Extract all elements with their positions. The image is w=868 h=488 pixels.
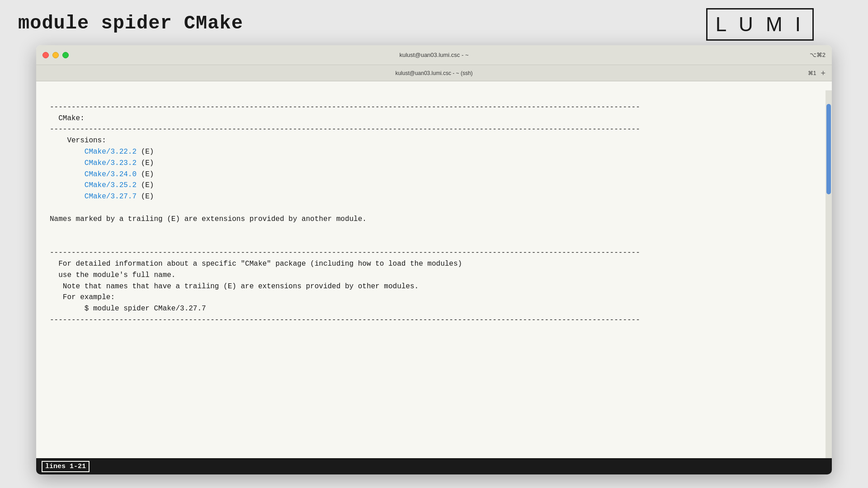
separator-line-1: ----------------------------------------… [50, 103, 640, 111]
terminal-output: ----------------------------------------… [36, 90, 826, 458]
info-line-1: For detailed information about a specifi… [50, 260, 462, 268]
status-badge: lines 1-21 [42, 461, 90, 472]
terminal-title-bar: kulust@uan03.lumi.csc - ~ ⌥⌘2 [36, 45, 832, 65]
terminal-content: ----------------------------------------… [36, 81, 832, 458]
separator-line-2: ----------------------------------------… [50, 125, 640, 133]
info-line-2: use the module's full name. [50, 271, 175, 279]
title-bar-right: ⌥⌘2 [810, 52, 826, 58]
scrollbar-thumb[interactable] [826, 104, 831, 194]
page-title: module spider CMake [18, 13, 243, 34]
traffic-lights [42, 52, 69, 58]
new-tab-button[interactable]: + [821, 69, 826, 77]
title-bar-center: kulust@uan03.lumi.csc - ~ [399, 52, 468, 58]
tab-shortcut-num: ⌘1 [808, 70, 816, 76]
terminal-tab-bar: kulust@uan03.lumi.csc - ~ (ssh) ⌘1 + [36, 65, 832, 81]
version-2: CMake/3.23.2 (E) [50, 159, 154, 167]
version-5: CMake/3.27.7 (E) [50, 192, 154, 201]
maximize-button[interactable] [62, 52, 69, 58]
extensions-note: Names marked by a trailing (E) are exten… [50, 215, 367, 223]
close-button[interactable] [42, 52, 49, 58]
info-line-4: For example: [50, 293, 115, 301]
version-1: CMake/3.22.2 (E) [50, 148, 154, 156]
info-line-3: Note that names that have a trailing (E)… [50, 282, 419, 291]
status-bar: lines 1-21 [36, 458, 832, 474]
terminal-title-main: kulust@uan03.lumi.csc - ~ [399, 52, 468, 58]
version-4: CMake/3.25.2 (E) [50, 181, 154, 189]
lumi-logo-text: L U M I [716, 13, 804, 36]
window-shortcut: ⌥⌘2 [810, 52, 826, 58]
tab-shortcut-area: ⌘1 + [808, 69, 826, 77]
terminal-window: kulust@uan03.lumi.csc - ~ ⌥⌘2 kulust@uan… [36, 45, 832, 474]
example-command: $ module spider CMake/3.27.7 [50, 305, 206, 313]
tab-label: kulust@uan03.lumi.csc - ~ (ssh) [395, 70, 472, 76]
separator-line-3: ----------------------------------------… [50, 249, 640, 257]
version-3: CMake/3.24.0 (E) [50, 170, 154, 178]
separator-line-4: ----------------------------------------… [50, 316, 640, 324]
scrollbar-track[interactable] [826, 90, 832, 458]
minimize-button[interactable] [52, 52, 59, 58]
versions-label: Versions: [50, 136, 106, 145]
lumi-logo: L U M I [706, 8, 814, 41]
cmake-section-name: CMake: [50, 114, 85, 122]
